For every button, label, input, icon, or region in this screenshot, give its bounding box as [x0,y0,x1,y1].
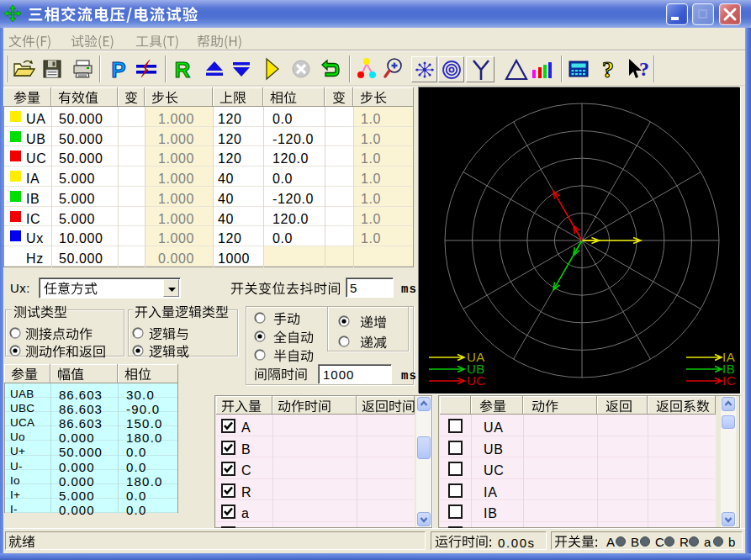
svg-text:?: ? [602,57,614,81]
svg-text:R: R [175,57,191,81]
svg-text:IC: IC [722,373,736,388]
svg-text:?: ? [639,58,649,80]
svg-text:UC: UC [467,373,486,388]
svg-text:P: P [111,57,125,81]
